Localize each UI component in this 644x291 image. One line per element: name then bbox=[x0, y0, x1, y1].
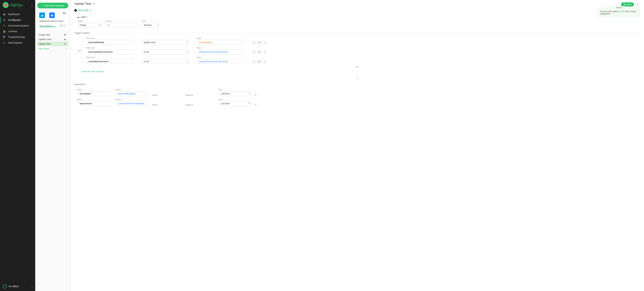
add-button[interactable]: + bbox=[355, 76, 359, 80]
collapse-sidebar-icon[interactable]: « bbox=[31, 3, 32, 6]
action-label: Update Task bbox=[38, 42, 51, 45]
interval-input[interactable] bbox=[105, 23, 138, 27]
expr-source-input[interactable]: {lastmodifieddate} bbox=[116, 91, 149, 96]
value-input[interactable]: {salesforce/source/username} bbox=[196, 59, 245, 64]
nav-list: ◉Dashboard ⚙Configurator ⠿Connected Syst… bbox=[0, 10, 35, 47]
jira-icon: ◈ bbox=[49, 12, 55, 18]
nodes-icon: ⠿ bbox=[3, 24, 6, 27]
delete-expr-button[interactable]: X bbox=[255, 93, 258, 96]
nav-label: Licenses bbox=[8, 30, 17, 33]
action-toggle[interactable] bbox=[64, 43, 67, 45]
field-label: Field name bbox=[86, 37, 134, 39]
trigger-select[interactable]: Polling bbox=[77, 23, 102, 27]
value-input[interactable]: {salesforce/source/username} bbox=[196, 49, 245, 54]
condition-row: Field name greater than Value {lastupdat… bbox=[86, 37, 640, 45]
integration-card[interactable]: ☁ ‹› ◈ Salesforce cases to Jira t… setup… bbox=[37, 10, 68, 29]
and-button[interactable]: & bbox=[252, 50, 256, 54]
user-menu-caret-icon[interactable]: ▴ bbox=[32, 286, 32, 287]
additional-label: Additional bbox=[185, 94, 215, 96]
divider bbox=[92, 33, 640, 33]
type-label: Type bbox=[218, 98, 252, 100]
condition-row: Field name is not Value {salesforce/sour… bbox=[86, 56, 640, 64]
integration-toggle[interactable] bbox=[63, 12, 66, 14]
expr-type-select[interactable]: Last time bbox=[218, 91, 252, 96]
logo-text: ZigiOps bbox=[10, 3, 23, 7]
expr-type-select[interactable]: Last time bbox=[218, 101, 252, 106]
sidebar-footer[interactable]: Hi, Admin ▴ bbox=[0, 282, 35, 291]
diamond-icon bbox=[74, 9, 77, 12]
save-label: Save bbox=[626, 3, 632, 6]
action-create-task[interactable]: Create Task bbox=[37, 32, 68, 37]
action-update-task[interactable]: Update Task bbox=[37, 41, 68, 46]
expr-name-input[interactable] bbox=[77, 91, 112, 96]
trigger-value: Polling bbox=[80, 24, 86, 26]
expr-name-input[interactable] bbox=[77, 101, 112, 106]
delete-expr-button[interactable]: X bbox=[255, 103, 258, 106]
search-icon: 🔍 bbox=[3, 35, 6, 38]
nav-data-explorer[interactable]: ⎔Data Explorer bbox=[0, 40, 35, 46]
field-input[interactable] bbox=[86, 40, 134, 45]
gear-icon: ⚙ bbox=[3, 18, 6, 21]
trigger-field: Trigger Polling bbox=[77, 20, 102, 27]
delete-button[interactable]: X bbox=[262, 40, 267, 45]
source-label: Source bbox=[116, 98, 149, 100]
save-area: 🖫 Save ▶ bbox=[621, 2, 640, 7]
add-integration-button[interactable]: ＋ Add New Integration bbox=[37, 3, 68, 8]
action-label: New action bbox=[38, 47, 49, 50]
delete-button[interactable]: X bbox=[262, 50, 267, 54]
info-icon[interactable]: ⓘ bbox=[64, 24, 66, 26]
and-button[interactable]: & bbox=[252, 40, 256, 45]
section-label: Trigger Condition bbox=[74, 32, 90, 34]
or-button[interactable]: OR bbox=[257, 59, 262, 64]
progress-pct: 60% bbox=[60, 24, 64, 26]
type-field: Type Minutes bbox=[142, 20, 160, 27]
hint-prefix: You are now ready to bbox=[600, 10, 620, 12]
or-button[interactable]: OR bbox=[257, 50, 262, 54]
sub-crumb[interactable]: ☁ case ▾ bbox=[77, 15, 640, 18]
add-or-condition[interactable]: + Add new OR condition bbox=[80, 70, 640, 73]
action-label: Create Task bbox=[38, 33, 50, 36]
action-new[interactable]: New action＋ bbox=[37, 46, 68, 51]
run-button[interactable]: ▶ bbox=[635, 2, 640, 7]
expr-type-value: Last time bbox=[221, 92, 230, 95]
save-button[interactable]: 🖫 Save bbox=[621, 2, 634, 6]
user-name: Hi, Admin bbox=[9, 285, 30, 288]
operator-select[interactable]: greater than bbox=[141, 40, 190, 45]
nav-label: Troubleshooting bbox=[8, 36, 25, 38]
action-toggle[interactable] bbox=[64, 38, 67, 40]
type-select[interactable]: Minutes bbox=[142, 23, 160, 27]
edit-title-icon[interactable]: ✎ bbox=[93, 2, 95, 5]
chevron-down-icon[interactable]: ▾ bbox=[90, 9, 91, 11]
value-label: Value bbox=[196, 56, 245, 58]
breadcrumb[interactable]: fbd.task ▾ bbox=[74, 8, 640, 13]
delete-button[interactable]: X bbox=[262, 59, 267, 64]
chevron-down-icon[interactable]: ▾ bbox=[87, 16, 88, 18]
and-button[interactable]: & bbox=[252, 59, 256, 64]
main-content: Update Task ✎ 🖫 Save ▶ Source You are no… bbox=[70, 0, 644, 291]
action-toggle[interactable] bbox=[64, 34, 67, 36]
value-input[interactable]: {lastupdated} bbox=[196, 40, 245, 45]
nav-dashboard[interactable]: ◉Dashboard bbox=[0, 11, 35, 17]
value-label: Value bbox=[196, 47, 245, 49]
pattern-label: Pattern bbox=[152, 104, 182, 106]
nav-connected-systems[interactable]: ⠿Connected Systems bbox=[0, 23, 35, 28]
sub-label: case bbox=[81, 15, 86, 18]
integration-icons: ☁ ‹› ◈ bbox=[39, 12, 66, 18]
nav-licenses[interactable]: 🔒Licenses bbox=[0, 28, 35, 34]
expr-source-input[interactable]: {casecomments/createddat bbox=[116, 101, 149, 106]
operator-select[interactable]: is not bbox=[141, 59, 190, 64]
nav-troubleshooting[interactable]: 🔍Troubleshooting bbox=[0, 34, 35, 40]
operator-select[interactable]: is not bbox=[141, 49, 190, 54]
action-update-case[interactable]: Update Case bbox=[37, 37, 68, 41]
field-input[interactable] bbox=[86, 49, 134, 54]
condition-row: Field name is not Value {salesforce/sour… bbox=[86, 47, 640, 54]
salesforce-icon: ☁ bbox=[39, 12, 45, 18]
or-button[interactable]: OR bbox=[257, 40, 262, 45]
nav-configurator[interactable]: ⚙Configurator bbox=[0, 17, 35, 23]
pattern-label: Pattern bbox=[152, 94, 182, 96]
cond-buttons: & OR X bbox=[252, 59, 267, 64]
sidebar-header: 🐙 ZigiOps « bbox=[0, 0, 35, 10]
action-label: Update Case bbox=[38, 38, 51, 40]
gauge-icon: ◉ bbox=[3, 13, 6, 16]
field-input[interactable] bbox=[86, 59, 134, 64]
